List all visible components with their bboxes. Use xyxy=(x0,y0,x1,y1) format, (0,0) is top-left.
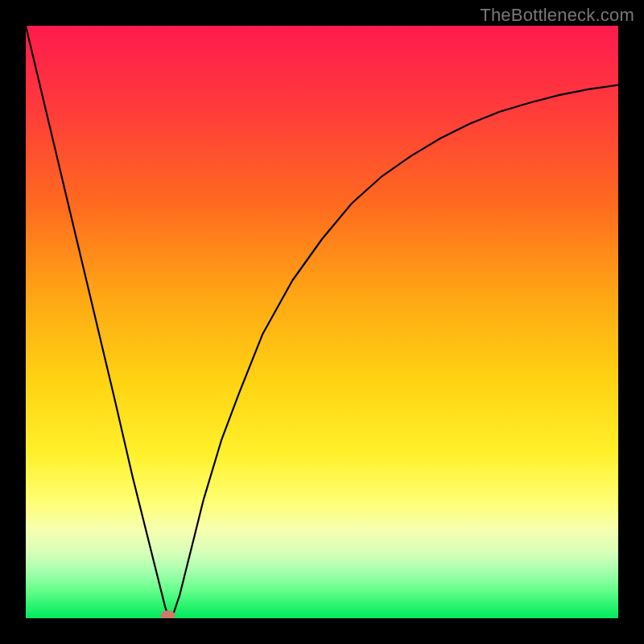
curve-line xyxy=(26,26,618,615)
watermark-text: TheBottleneck.com xyxy=(480,5,634,26)
plot-area xyxy=(26,26,618,618)
min-marker xyxy=(161,610,175,618)
chart-stage: TheBottleneck.com xyxy=(0,0,644,644)
chart-svg xyxy=(26,26,618,618)
